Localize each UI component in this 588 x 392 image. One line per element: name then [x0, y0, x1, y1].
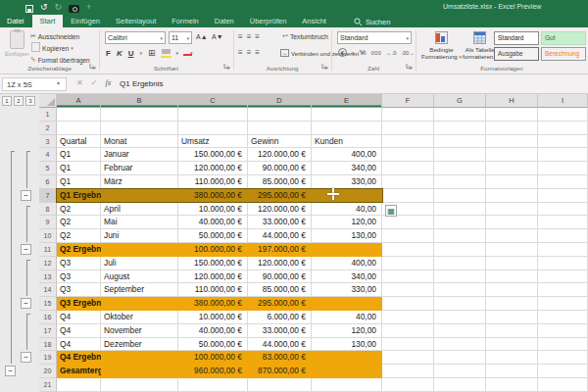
cell-g2[interactable] [434, 122, 486, 135]
row-header-21[interactable]: 21 [39, 378, 57, 392]
cell-d12[interactable]: 120.000,00 € [248, 257, 312, 270]
cell-g5[interactable] [434, 162, 486, 175]
cell-i16[interactable] [538, 311, 588, 324]
format-as-table-button[interactable]: Als Tabelleformatieren ▾ [463, 31, 498, 61]
tab-einfgen[interactable]: Einfügen [63, 15, 108, 27]
row-header-18[interactable]: 18 [39, 338, 57, 352]
cell-c13[interactable]: 120.000,00 € [178, 270, 248, 284]
cell-b19[interactable] [101, 351, 178, 365]
select-all-corner[interactable] [39, 94, 57, 108]
cell-e13[interactable]: 340,00 [312, 270, 382, 284]
name-box-dropdown-icon[interactable]: ▾ [57, 79, 60, 86]
cell-a13[interactable]: Q3 [57, 270, 101, 284]
tab-ansicht[interactable]: Ansicht [294, 15, 334, 27]
cell-c6[interactable]: 110.000,00 € [178, 175, 248, 189]
cell-c2[interactable] [178, 122, 248, 135]
wrap-text-button[interactable]: ↩ Textumbruch [282, 32, 328, 40]
cell-e4[interactable]: 400,00 [312, 148, 382, 162]
underline-button[interactable]: U [128, 49, 134, 58]
bold-button[interactable]: F [106, 49, 111, 58]
cell-b12[interactable]: Juli [101, 257, 178, 270]
cell-a17[interactable]: Q4 [57, 324, 101, 338]
outline-collapse-button-row-19[interactable]: − [21, 352, 31, 363]
cell-e10[interactable]: 130,00 [312, 229, 382, 243]
cell-c8[interactable]: 10.000,00 € [178, 203, 248, 217]
cell-d14[interactable]: 85.000,00 € [248, 283, 312, 297]
cell-c11[interactable]: 100.000,00 € [178, 243, 248, 257]
insert-function-icon[interactable]: fx [105, 78, 111, 87]
fill-color-icon[interactable] [162, 49, 171, 54]
cell-e8[interactable]: 40,00 [312, 203, 382, 217]
cell-e14[interactable]: 330,00 [312, 283, 382, 297]
cell-c9[interactable]: 40.000,00 € [178, 216, 248, 229]
number-dialog-launcher[interactable] [406, 63, 413, 71]
quick-analysis-button[interactable]: ▦ [385, 205, 397, 217]
cell-d10[interactable]: 44.000,00 € [248, 229, 312, 243]
align-left-icon[interactable]: ≡ [238, 48, 243, 57]
cell-style-ausgabe[interactable]: Ausgabe [494, 47, 539, 61]
cell-i12[interactable] [538, 257, 588, 270]
cell-f5[interactable] [382, 162, 434, 175]
cell-f17[interactable] [382, 324, 434, 338]
cell-i7[interactable] [538, 189, 588, 203]
undo-icon[interactable]: ↺ [40, 1, 48, 14]
cell-h9[interactable] [486, 216, 538, 229]
cell-a16[interactable]: Q4 [57, 311, 101, 324]
outline-level-1[interactable]: 1 [2, 96, 12, 106]
row-header-15[interactable]: 15 [39, 297, 57, 311]
cell-a5[interactable]: Q1 [57, 162, 101, 175]
search-box[interactable]: Suchen [354, 15, 390, 27]
row-header-13[interactable]: 13 [39, 270, 57, 284]
cell-a15[interactable]: Q3 Ergebnis [57, 297, 101, 311]
cell-c18[interactable]: 50.000,00 € [178, 338, 248, 352]
grow-font-button[interactable]: A▲ [196, 33, 208, 40]
align-center-icon[interactable]: ≡ [247, 48, 252, 57]
shrink-font-button[interactable]: A▼ [212, 33, 223, 40]
cell-c10[interactable]: 50.000,00 € [178, 229, 248, 243]
outline-level-3[interactable]: 3 [25, 96, 35, 106]
cell-h11[interactable] [486, 243, 538, 257]
cell-h3[interactable] [486, 135, 538, 149]
cell-d18[interactable]: 44.000,00 € [248, 338, 312, 352]
cell-b8[interactable]: April [101, 203, 178, 217]
cell-e5[interactable]: 340,00 [312, 162, 382, 175]
cell-i3[interactable] [538, 135, 588, 149]
cell-a8[interactable]: Q2 [57, 203, 101, 217]
cell-d4[interactable]: 120.000,00 € [248, 148, 312, 162]
cell-c15[interactable]: 380.000,00 € [178, 297, 248, 311]
cell-a2[interactable] [57, 122, 101, 135]
tab-berprfen[interactable]: Überprüfen [242, 15, 295, 27]
cell-e19[interactable] [312, 351, 382, 365]
alignment-dialog-launcher[interactable] [321, 63, 328, 71]
cell-i5[interactable] [538, 162, 588, 175]
row-header-5[interactable]: 5 [39, 162, 57, 175]
cell-d20[interactable]: 870.000,00 € [248, 365, 312, 378]
cell-f19[interactable] [382, 351, 434, 365]
cell-c20[interactable]: 960.000,00 € [178, 365, 248, 378]
cell-e2[interactable] [312, 122, 382, 135]
cell-e18[interactable]: 130,00 [312, 338, 382, 352]
qat-customize-icon[interactable]: + [86, 1, 91, 14]
cell-f13[interactable] [382, 270, 434, 284]
cell-f3[interactable] [382, 135, 434, 149]
number-format-select[interactable]: Standard ▾ [337, 31, 412, 44]
percent-format-icon[interactable]: % [360, 48, 367, 57]
cell-h6[interactable] [486, 175, 538, 189]
cell-h13[interactable] [486, 270, 538, 284]
cell-f1[interactable] [382, 108, 434, 122]
cell-e21[interactable] [312, 378, 382, 392]
font-dialog-launcher[interactable] [223, 63, 230, 71]
cell-c21[interactable] [178, 378, 248, 392]
cell-i4[interactable] [538, 148, 588, 162]
row-header-4[interactable]: 4 [39, 148, 57, 162]
row-header-11[interactable]: 11 [39, 243, 57, 257]
cell-d2[interactable] [248, 122, 312, 135]
cell-f16[interactable] [382, 311, 434, 324]
cell-f11[interactable] [382, 243, 434, 257]
font-size-select[interactable]: 11 ▾ [169, 31, 192, 44]
row-header-14[interactable]: 14 [39, 283, 57, 297]
cell-h16[interactable] [486, 311, 538, 324]
cell-c17[interactable]: 40.000,00 € [178, 324, 248, 338]
row-header-8[interactable]: 8 [39, 203, 57, 217]
cell-a14[interactable]: Q3 [57, 283, 101, 297]
